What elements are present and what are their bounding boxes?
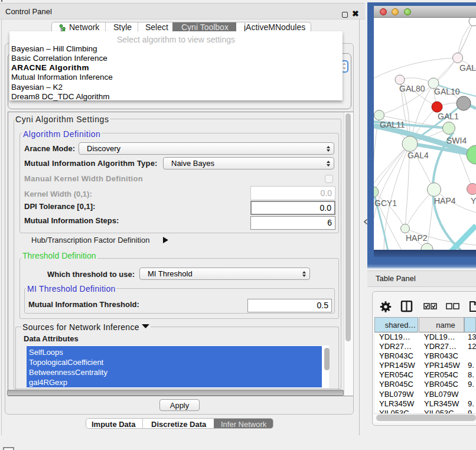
svg-text:GAL80: GAL80 — [399, 84, 425, 93]
svg-text:GAL4: GAL4 — [407, 151, 429, 160]
svg-text:HAP2: HAP2 — [406, 233, 428, 243]
svg-text:GCY1: GCY1 — [374, 198, 397, 208]
svg-text:SWI4: SWI4 — [446, 136, 467, 145]
svg-text:GAL: GAL — [459, 63, 476, 73]
svg-text:GAL11: GAL11 — [380, 120, 405, 129]
svg-text:Y: Y — [471, 196, 476, 206]
svg-text:HAP4: HAP4 — [434, 196, 456, 206]
svg-text:GAL10: GAL10 — [434, 87, 460, 96]
svg-text:GAL1: GAL1 — [438, 112, 459, 121]
